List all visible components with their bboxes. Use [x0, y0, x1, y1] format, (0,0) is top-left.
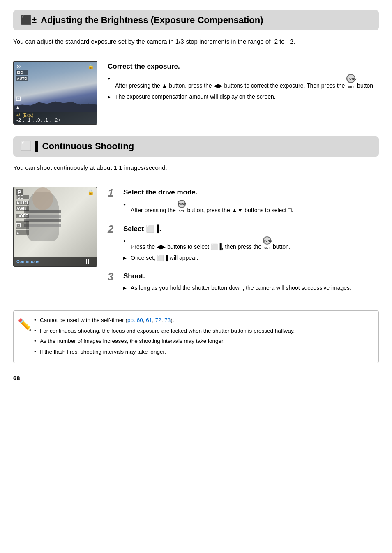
- step-3-content: Shoot. As long as you hold the shutter b…: [123, 271, 379, 295]
- step-1-number: 1: [108, 187, 119, 198]
- step-3-bullet-1: As long as you hold the shutter button d…: [123, 284, 379, 292]
- continuous-section-header: ⬜▐ Continuous Shooting: [13, 136, 379, 157]
- exposure-instructions: Correct the exposure. After pressing the…: [108, 61, 379, 125]
- note-list: Cannot be used with the self-timer (pp. …: [34, 316, 373, 356]
- note-pencil-icon: ✏️: [18, 316, 32, 334]
- continuous-steps: 1 Select the drive mode. After pressing …: [108, 187, 379, 301]
- exposure-bullet-list: After pressing the ▲ button, press the ◀…: [108, 74, 379, 101]
- exposure-camera-image: ⊙ 🔒 ISO AUTO ⊡ ▲ +/- (Exp.) -2 . .1 . .0…: [13, 61, 99, 125]
- continuous-title: Continuous Shooting: [42, 141, 134, 152]
- step-1-content: Select the drive mode. After pressing th…: [123, 187, 379, 217]
- note-link-73[interactable]: 73: [164, 317, 171, 323]
- exposure-divider: [13, 53, 379, 53]
- note-link-72[interactable]: 72: [155, 317, 161, 323]
- step-3-bullets: As long as you hold the shutter button d…: [123, 284, 379, 292]
- exposure-bullet-1: After pressing the ▲ button, press the ◀…: [108, 74, 379, 90]
- note-link-61[interactable]: 61: [146, 317, 152, 323]
- continuous-notes: ✏️ Cannot be used with the self-timer (p…: [13, 310, 379, 363]
- exposure-step-heading: Correct the exposure.: [108, 62, 379, 71]
- note-2: For continuous shooting, the focus and e…: [34, 326, 373, 336]
- step-2-bullet-1: Press the ◀▶ buttons to select ⬜▐, then …: [123, 236, 379, 251]
- step-1-bullets: After pressing the FUNC SET button, pres…: [123, 200, 379, 215]
- note-link-60[interactable]: pp. 60: [127, 317, 143, 323]
- exposure-icon: ⬛±: [21, 15, 37, 25]
- step-1-row: 1 Select the drive mode. After pressing …: [108, 187, 379, 217]
- note-3: As the number of images increases, the s…: [34, 337, 373, 346]
- continuous-icon: ⬜▐: [21, 141, 38, 152]
- step-3-heading: Shoot.: [123, 272, 379, 280]
- step-2-number: 2: [108, 224, 119, 234]
- exposure-intro: You can adjust the standard exposure set…: [13, 37, 379, 46]
- step-2-content: Select ⬜▐. Press the ◀▶ buttons to selec…: [123, 223, 379, 265]
- step-3-number: 3: [108, 271, 119, 282]
- note-1: Cannot be used with the self-timer (pp. …: [34, 316, 373, 325]
- step-1-bullet-1: After pressing the FUNC SET button, pres…: [123, 200, 379, 215]
- exposure-title: Adjusting the Brightness (Exposure Compe…: [41, 15, 263, 25]
- exposure-section-header: ⬛± Adjusting the Brightness (Exposure Co…: [13, 10, 379, 30]
- note-4: If the flash fires, shooting intervals m…: [34, 347, 373, 356]
- step-3-row: 3 Shoot. As long as you hold the shutter…: [108, 271, 379, 295]
- page-number: 68: [13, 375, 379, 382]
- continuous-intro: You can shoot continuously at about 1.1 …: [13, 163, 379, 173]
- continuous-divider: [13, 179, 379, 179]
- step-2-heading: Select ⬜▐.: [123, 224, 379, 233]
- step-1-heading: Select the drive mode.: [123, 188, 379, 197]
- step-2-bullets: Press the ◀▶ buttons to select ⬜▐, then …: [123, 236, 379, 262]
- exposure-bullet-2: The exposure compensation amount will di…: [108, 93, 379, 101]
- step-2-row: 2 Select ⬜▐. Press the ◀▶ buttons to sel…: [108, 223, 379, 265]
- continuous-camera-image: ⊙ 🔒 ISO AUTO AWB ⊡OFF ⊡ ▲ Continuous: [13, 187, 99, 301]
- step-2-bullet-2: Once set, ⬜▐ will appear.: [123, 254, 379, 262]
